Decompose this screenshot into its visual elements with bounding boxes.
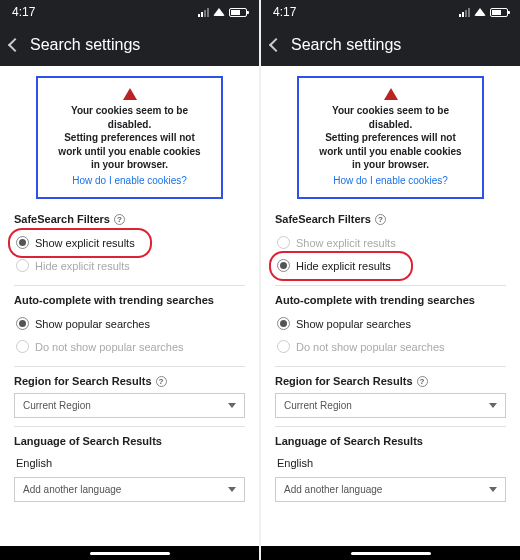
status-bar: 4:17	[261, 0, 520, 24]
warning-icon	[123, 88, 137, 100]
cookie-warning-line1: Your cookies seem to be disabled.	[317, 104, 464, 131]
radio-hide-popular[interactable]: Do not show popular searches	[14, 335, 245, 358]
warning-icon	[384, 88, 398, 100]
cookie-help-link[interactable]: How do I enable cookies?	[56, 174, 203, 188]
language-current: English	[14, 453, 245, 473]
help-icon[interactable]: ?	[114, 214, 125, 225]
radio-label: Show explicit results	[296, 237, 396, 249]
radio-label: Do not show popular searches	[35, 341, 184, 353]
chevron-down-icon	[228, 487, 236, 492]
radio-icon	[277, 259, 290, 272]
status-time: 4:17	[273, 5, 296, 19]
settings-pane-right: 4:17 Search settings Your cookies seem t…	[261, 0, 520, 560]
page-title: Search settings	[30, 36, 140, 54]
language-add-dropdown[interactable]: Add another language	[275, 477, 506, 502]
status-bar: 4:17	[0, 0, 259, 24]
radio-hide-explicit[interactable]: Hide explicit results	[275, 254, 506, 277]
divider	[275, 366, 506, 367]
radio-icon	[277, 236, 290, 249]
radio-hide-popular[interactable]: Do not show popular searches	[275, 335, 506, 358]
help-icon[interactable]: ?	[375, 214, 386, 225]
help-icon[interactable]: ?	[156, 376, 167, 387]
radio-show-popular[interactable]: Show popular searches	[275, 312, 506, 335]
app-bar: Search settings	[261, 24, 520, 66]
language-title: Language of Search Results	[275, 435, 506, 447]
chevron-down-icon	[489, 487, 497, 492]
signal-icon	[198, 8, 209, 17]
back-icon[interactable]	[269, 38, 283, 52]
safesearch-title: SafeSearch Filters ?	[275, 213, 506, 225]
radio-label: Hide explicit results	[296, 260, 391, 272]
radio-label: Show popular searches	[296, 318, 411, 330]
divider	[275, 285, 506, 286]
wifi-icon	[474, 8, 486, 16]
radio-icon	[277, 340, 290, 353]
radio-icon	[277, 317, 290, 330]
home-indicator[interactable]	[351, 552, 431, 555]
autocomplete-title: Auto-complete with trending searches	[275, 294, 506, 306]
region-title: Region for Search Results ?	[14, 375, 245, 387]
radio-icon	[16, 259, 29, 272]
status-time: 4:17	[12, 5, 35, 19]
cookie-help-link[interactable]: How do I enable cookies?	[317, 174, 464, 188]
dropdown-value: Add another language	[284, 484, 382, 495]
region-title: Region for Search Results ?	[275, 375, 506, 387]
chevron-down-icon	[228, 403, 236, 408]
chevron-down-icon	[489, 403, 497, 408]
divider	[14, 366, 245, 367]
language-title: Language of Search Results	[14, 435, 245, 447]
page-title: Search settings	[291, 36, 401, 54]
dropdown-value: Current Region	[284, 400, 352, 411]
wifi-icon	[213, 8, 225, 16]
language-add-dropdown[interactable]: Add another language	[14, 477, 245, 502]
autocomplete-title: Auto-complete with trending searches	[14, 294, 245, 306]
home-indicator[interactable]	[90, 552, 170, 555]
divider	[14, 426, 245, 427]
radio-icon	[16, 340, 29, 353]
home-bar	[0, 546, 259, 560]
cookie-warning: Your cookies seem to be disabled. Settin…	[36, 76, 223, 199]
dropdown-value: Current Region	[23, 400, 91, 411]
signal-icon	[459, 8, 470, 17]
cookie-warning-line2: Setting preferences will not work until …	[317, 131, 464, 172]
cookie-warning-line1: Your cookies seem to be disabled.	[56, 104, 203, 131]
language-current: English	[275, 453, 506, 473]
home-bar	[261, 546, 520, 560]
divider	[14, 285, 245, 286]
settings-pane-left: 4:17 Search settings Your cookies seem t…	[0, 0, 259, 560]
radio-show-popular[interactable]: Show popular searches	[14, 312, 245, 335]
region-dropdown[interactable]: Current Region	[14, 393, 245, 418]
radio-label: Do not show popular searches	[296, 341, 445, 353]
battery-icon	[490, 8, 508, 17]
cookie-warning-line2: Setting preferences will not work until …	[56, 131, 203, 172]
help-icon[interactable]: ?	[417, 376, 428, 387]
radio-icon	[16, 236, 29, 249]
region-dropdown[interactable]: Current Region	[275, 393, 506, 418]
divider	[275, 426, 506, 427]
radio-label: Hide explicit results	[35, 260, 130, 272]
app-bar: Search settings	[0, 24, 259, 66]
back-icon[interactable]	[8, 38, 22, 52]
radio-label: Show popular searches	[35, 318, 150, 330]
dropdown-value: Add another language	[23, 484, 121, 495]
radio-show-explicit[interactable]: Show explicit results	[14, 231, 245, 254]
radio-label: Show explicit results	[35, 237, 135, 249]
status-icons	[198, 8, 247, 17]
battery-icon	[229, 8, 247, 17]
cookie-warning: Your cookies seem to be disabled. Settin…	[297, 76, 484, 199]
settings-content: Your cookies seem to be disabled. Settin…	[0, 66, 259, 546]
safesearch-title: SafeSearch Filters ?	[14, 213, 245, 225]
status-icons	[459, 8, 508, 17]
settings-content: Your cookies seem to be disabled. Settin…	[261, 66, 520, 546]
radio-icon	[16, 317, 29, 330]
